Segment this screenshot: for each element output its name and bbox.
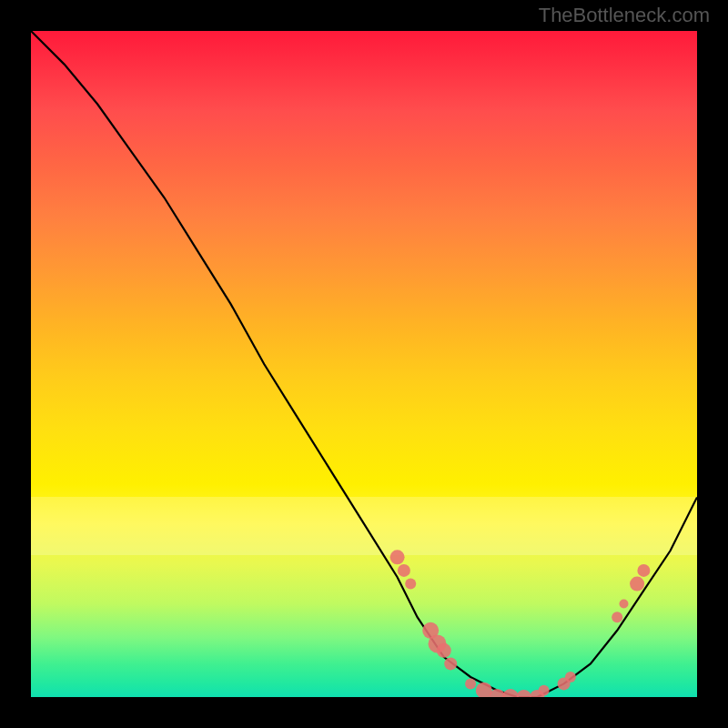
curve-marker xyxy=(405,579,416,590)
attribution-text: TheBottleneck.com xyxy=(539,4,710,27)
curve-marker xyxy=(437,643,451,658)
curve-marker xyxy=(398,564,410,577)
curve-marker xyxy=(637,564,650,577)
curve-marker xyxy=(465,678,476,689)
curve-marker xyxy=(612,612,622,622)
curve-markers xyxy=(390,550,651,697)
curve-marker xyxy=(502,689,519,697)
curve-marker xyxy=(539,685,550,696)
curve-marker xyxy=(630,577,644,592)
bottleneck-curve xyxy=(31,31,697,697)
chart-plot-area xyxy=(31,31,697,697)
curve-marker xyxy=(390,550,405,564)
curve-marker xyxy=(444,657,457,670)
curve-marker xyxy=(620,600,629,609)
curve-layer xyxy=(31,31,697,697)
curve-marker xyxy=(517,690,531,697)
curve-marker xyxy=(565,672,576,682)
